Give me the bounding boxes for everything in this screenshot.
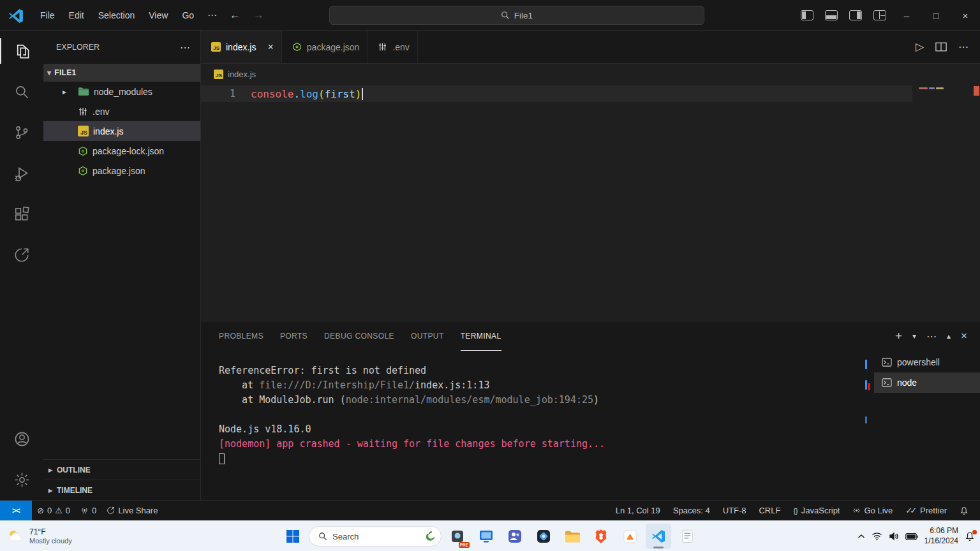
minimap[interactable] — [915, 84, 971, 321]
ports-status[interactable]: 0 — [75, 501, 101, 520]
settings-gear-icon[interactable] — [0, 459, 43, 500]
terminal-list: powershell node — [874, 351, 980, 500]
clock[interactable]: 6:06 PM 1/16/2024 — [924, 526, 958, 546]
start-button[interactable] — [280, 524, 306, 549]
code-editor[interactable]: 1 console.log(first) — [201, 84, 980, 321]
maximize-button[interactable]: □ — [921, 0, 951, 31]
editor-more-actions-icon[interactable]: ⋯ — [958, 41, 969, 53]
volume-icon[interactable] — [889, 532, 899, 541]
taskbar-app-photos[interactable] — [531, 524, 556, 549]
terminal-instance-node[interactable]: node — [874, 372, 980, 393]
notifications-button[interactable] — [953, 506, 975, 515]
tree-item-env[interactable]: .env — [43, 101, 200, 121]
tab-close-icon[interactable]: × — [267, 41, 273, 53]
taskbar-app-teams[interactable] — [502, 524, 528, 549]
live-share-view-icon[interactable] — [0, 235, 43, 276]
code-line-1[interactable]: 1 console.log(first) — [201, 85, 912, 102]
taskbar-app-monitor[interactable] — [473, 524, 499, 549]
problems-status[interactable]: ⊘ 0 ⚠ 0 — [32, 501, 75, 520]
weather-widget[interactable]: 71°F Mostly cloudy — [6, 521, 72, 551]
search-icon — [501, 11, 510, 20]
breadcrumb[interactable]: JS index.js — [201, 64, 980, 84]
customize-layout-icon[interactable] — [873, 10, 886, 20]
tree-item-package-lock-json[interactable]: package-lock.json — [43, 141, 200, 161]
split-editor-icon[interactable] — [935, 42, 947, 52]
run-file-icon[interactable]: ▷ — [916, 40, 924, 54]
menu-selection[interactable]: Selection — [91, 8, 142, 23]
timeline-section[interactable]: ▸ TIMELINE — [43, 480, 200, 500]
language-mode[interactable]: {} JavaScript — [787, 506, 846, 515]
tab-index-js[interactable]: JS index.js × — [201, 31, 282, 63]
remote-icon: >< — [12, 506, 20, 515]
menu-view[interactable]: View — [142, 8, 175, 23]
tab-terminal[interactable]: TERMINAL — [461, 321, 501, 351]
taskbar-app-brave[interactable] — [588, 524, 614, 549]
toggle-secondary-sidebar-icon[interactable] — [849, 10, 862, 20]
tab-package-json[interactable]: package.json — [282, 31, 368, 63]
explorer-icon[interactable] — [0, 31, 43, 71]
wifi-icon[interactable] — [872, 532, 882, 541]
menu-go[interactable]: Go — [175, 8, 201, 23]
tab-env[interactable]: .env — [368, 31, 417, 63]
chevron-down-icon: ▾ — [47, 68, 51, 77]
tree-item-package-json[interactable]: package.json — [43, 161, 200, 180]
account-icon[interactable] — [0, 418, 43, 459]
forward-arrow-icon[interactable]: → — [247, 8, 271, 23]
tab-ports[interactable]: PORTS — [280, 321, 308, 351]
error-icon: ⊘ — [37, 506, 44, 515]
search-highlight-pepper-icon[interactable] — [422, 528, 438, 545]
tab-debug-console[interactable]: DEBUG CONSOLE — [324, 321, 394, 351]
close-button[interactable]: × — [951, 0, 980, 31]
tab-output[interactable]: OUTPUT — [411, 321, 444, 351]
menu-edit[interactable]: Edit — [62, 8, 91, 23]
folder-root-row[interactable]: ▾ FILE1 — [43, 64, 200, 82]
taskbar-app-file-explorer[interactable] — [560, 524, 585, 549]
npm-hexagon-icon — [292, 42, 302, 52]
toggle-panel-icon[interactable] — [825, 10, 838, 20]
close-panel-icon[interactable]: × — [961, 330, 967, 342]
panel-more-actions-icon[interactable]: ⋯ — [926, 330, 937, 342]
activity-bar — [0, 31, 43, 500]
back-arrow-icon[interactable]: ← — [223, 8, 247, 23]
title-bar: File Edit Selection View Go ⋯ ← → File1 … — [0, 0, 980, 31]
terminal-instance-powershell[interactable]: powershell — [874, 352, 980, 372]
live-share-status[interactable]: Live Share — [101, 501, 163, 520]
command-center-search[interactable]: File1 — [329, 6, 704, 25]
tree-item-index-js[interactable]: JS index.js — [43, 121, 200, 141]
terminal-dropdown-icon[interactable]: ▾ — [912, 332, 916, 341]
radio-tower-icon — [80, 506, 89, 515]
taskbar-app-clipchamp[interactable] — [617, 524, 642, 549]
menu-file[interactable]: File — [33, 8, 62, 23]
taskbar-app-notepad[interactable] — [674, 524, 700, 549]
toggle-sidebar-icon[interactable] — [801, 10, 813, 20]
npm-hexagon-icon — [78, 166, 88, 176]
outline-section[interactable]: ▸ OUTLINE — [43, 459, 200, 480]
go-live-button[interactable]: Go Live — [846, 506, 899, 515]
search-view-icon[interactable] — [0, 71, 43, 112]
new-terminal-icon[interactable]: + — [895, 329, 902, 343]
notification-center[interactable] — [965, 531, 975, 541]
extensions-icon[interactable] — [0, 194, 43, 235]
tab-problems[interactable]: PROBLEMS — [219, 321, 264, 351]
explorer-more-actions-icon[interactable]: ⋯ — [180, 41, 190, 54]
cursor-position[interactable]: Ln 1, Col 19 — [609, 506, 667, 515]
taskbar-app-vscode[interactable] — [646, 524, 671, 549]
tree-item-node-modules[interactable]: ▸ node_modules — [43, 82, 200, 101]
battery-icon[interactable] — [905, 533, 918, 540]
minimize-button[interactable]: – — [892, 0, 921, 31]
run-debug-icon[interactable] — [0, 153, 43, 194]
prettier-status[interactable]: ✓✓ Prettier — [899, 506, 953, 515]
terminal-output[interactable]: ReferenceError: first is not defined at … — [201, 351, 864, 500]
taskbar-app-pre-game[interactable]: PRE — [445, 524, 470, 549]
maximize-panel-icon[interactable]: ▴ — [947, 332, 951, 341]
encoding[interactable]: UTF-8 — [716, 506, 753, 515]
bottom-panel: PROBLEMS PORTS DEBUG CONSOLE OUTPUT TERM… — [201, 321, 980, 500]
tray-chevron-up-icon[interactable] — [858, 534, 865, 539]
taskbar-search[interactable]: Search — [309, 526, 442, 547]
menu-overflow-icon[interactable]: ⋯ — [201, 7, 223, 24]
remote-indicator[interactable]: >< — [0, 501, 32, 521]
eol-sequence[interactable]: CRLF — [752, 506, 787, 515]
source-control-icon[interactable] — [0, 112, 43, 153]
tab-label: .env — [392, 42, 409, 52]
indentation[interactable]: Spaces: 4 — [667, 506, 716, 515]
